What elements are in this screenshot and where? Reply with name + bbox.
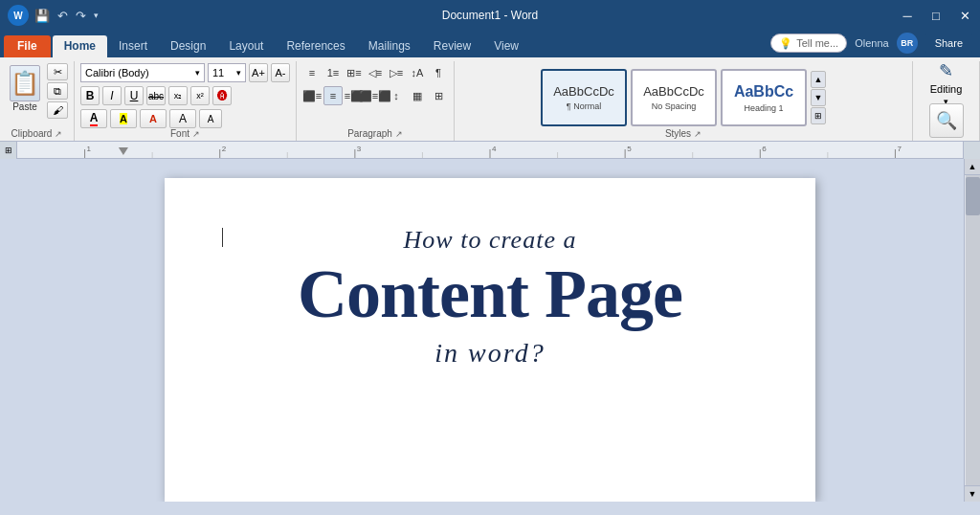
- paragraph-group-content: ≡ 1≡ ⊞≡ ◁≡ ▷≡ ↕A ¶ ⬛≡ ≡ ≡⬛ ⬛≡⬛ ↕ ▦ ⊞: [302, 63, 448, 128]
- tab-references[interactable]: References: [275, 35, 356, 57]
- word-logo: W: [8, 5, 29, 26]
- tab-view[interactable]: View: [482, 35, 530, 57]
- paragraph-group: ≡ 1≡ ⊞≡ ◁≡ ▷≡ ↕A ¶ ⬛≡ ≡ ≡⬛ ⬛≡⬛ ↕ ▦ ⊞ Par…: [297, 61, 455, 141]
- tab-layout[interactable]: Layout: [217, 35, 275, 57]
- format-painter-button[interactable]: 🖌: [47, 101, 68, 119]
- clear-format-button[interactable]: 🅐: [212, 86, 232, 105]
- scroll-thumb[interactable]: [966, 177, 980, 215]
- tab-home[interactable]: Home: [53, 35, 107, 57]
- styles-scroll-up[interactable]: ▲: [811, 71, 826, 88]
- styles-scroll-down[interactable]: ▼: [811, 89, 826, 106]
- increase-indent-button[interactable]: ▷≡: [387, 63, 406, 82]
- align-left-button[interactable]: ⬛≡: [302, 86, 322, 105]
- find-button[interactable]: 🔍: [929, 103, 964, 138]
- title-bar: W 💾 ↶ ↷ ▾ Document1 - Word ─ □ ✕: [0, 0, 980, 31]
- clipboard-sub-buttons: ✂ ⧉ 🖌: [47, 63, 68, 119]
- strikethrough-button[interactable]: abc: [146, 86, 166, 105]
- clipboard-expand-icon[interactable]: ↗: [55, 129, 62, 139]
- copy-button[interactable]: ⧉: [47, 82, 68, 100]
- paste-button[interactable]: 📋 Paste: [6, 63, 44, 114]
- font-name-selector[interactable]: Calibri (Body) ▾: [80, 63, 205, 82]
- quick-access-dropdown[interactable]: ▾: [94, 11, 99, 20]
- scroll-track[interactable]: [966, 175, 980, 485]
- highlight-button[interactable]: A: [110, 109, 137, 128]
- sort-button[interactable]: ↕A: [408, 63, 427, 82]
- tab-design[interactable]: Design: [159, 35, 217, 57]
- font-size-small-button[interactable]: A: [199, 109, 222, 128]
- text-cursor: [222, 228, 223, 247]
- paragraph-expand-icon[interactable]: ↗: [395, 129, 403, 139]
- scroll-up-button[interactable]: ▲: [965, 159, 981, 175]
- style-heading1[interactable]: AaBbCc Heading 1: [721, 69, 807, 126]
- user-avatar: BR: [897, 33, 918, 54]
- decrease-indent-button[interactable]: ◁≡: [366, 63, 385, 82]
- share-button[interactable]: Share: [925, 33, 972, 54]
- document-area: How to create a Content Page in word? ▲ …: [0, 159, 980, 502]
- title-bar-left: W 💾 ↶ ↷ ▾: [8, 5, 99, 26]
- styles-scroll-controls: ▲ ▼ ⊞: [811, 69, 826, 126]
- style-heading1-preview: AaBbCc: [726, 82, 801, 101]
- redo-button[interactable]: ↷: [76, 9, 86, 23]
- tell-me-search[interactable]: 💡 Tell me...: [770, 34, 847, 53]
- document-page[interactable]: How to create a Content Page in word?: [165, 178, 815, 502]
- decrease-font-button[interactable]: A-: [271, 63, 290, 82]
- editing-group-content: ✎ Editing ▾ 🔍: [920, 63, 973, 139]
- style-no-spacing-label: No Spacing: [652, 101, 697, 111]
- font-color-button[interactable]: A: [80, 109, 107, 128]
- cut-button[interactable]: ✂: [47, 63, 68, 80]
- paragraph-label: Paragraph ↗: [302, 128, 448, 141]
- minimize-button[interactable]: ─: [900, 9, 915, 23]
- document-subtitle: How to create a: [404, 226, 577, 255]
- svg-text:2: 2: [222, 145, 227, 153]
- svg-text:1: 1: [87, 145, 92, 153]
- text-color-button[interactable]: A: [140, 109, 167, 128]
- font-size-large-button[interactable]: A: [169, 109, 196, 128]
- tab-mailings[interactable]: Mailings: [357, 35, 422, 57]
- lightbulb-icon: 💡: [779, 37, 792, 50]
- bold-button[interactable]: B: [80, 86, 100, 105]
- styles-group-content: AaBbCcDc ¶ Normal AaBbCcDc No Spacing Aa…: [535, 63, 832, 128]
- paste-icon: 📋: [10, 65, 40, 101]
- style-normal-preview: AaBbCcDc: [546, 84, 621, 100]
- borders-button[interactable]: ⊞: [429, 86, 448, 105]
- italic-button[interactable]: I: [102, 86, 122, 105]
- font-expand-icon[interactable]: ↗: [192, 129, 200, 139]
- save-button[interactable]: 💾: [34, 9, 50, 23]
- font-size-selector[interactable]: 11 ▾: [208, 63, 246, 82]
- numbering-button[interactable]: 1≡: [323, 63, 343, 82]
- increase-font-button[interactable]: A+: [249, 63, 268, 82]
- window-title: Document1 - Word: [442, 9, 538, 22]
- style-normal[interactable]: AaBbCcDc ¶ Normal: [541, 69, 627, 126]
- styles-expand-button[interactable]: ⊞: [811, 107, 826, 124]
- multilevel-list-button[interactable]: ⊞≡: [345, 63, 364, 82]
- maximize-button[interactable]: □: [928, 9, 944, 23]
- font-group-content: Calibri (Body) ▾ 11 ▾ A+ A- B I U abc x₂…: [80, 63, 290, 128]
- ribbon-tabs-bar: File Home Insert Design Layout Reference…: [0, 31, 980, 57]
- clipboard-group-content: 📋 Paste ✂ ⧉ 🖌: [6, 63, 68, 128]
- style-normal-label: ¶ Normal: [567, 101, 601, 111]
- superscript-button[interactable]: x²: [190, 86, 210, 105]
- close-button[interactable]: ✕: [957, 9, 972, 23]
- underline-button[interactable]: U: [124, 86, 144, 105]
- shading-button[interactable]: ▦: [408, 86, 427, 105]
- editing-button[interactable]: ✎ Editing ▾: [920, 65, 973, 101]
- justify-button[interactable]: ⬛≡⬛: [366, 86, 385, 105]
- tab-file[interactable]: File: [4, 35, 51, 57]
- show-marks-button[interactable]: ¶: [429, 63, 448, 82]
- tab-insert[interactable]: Insert: [107, 35, 159, 57]
- align-center-button[interactable]: ≡: [323, 86, 343, 105]
- bullets-button[interactable]: ≡: [302, 63, 322, 82]
- title-bar-controls: ─ □ ✕: [900, 9, 972, 23]
- style-no-spacing[interactable]: AaBbCcDc No Spacing: [631, 69, 717, 126]
- subscript-button[interactable]: x₂: [168, 86, 188, 105]
- tab-review[interactable]: Review: [422, 35, 482, 57]
- svg-text:5: 5: [627, 145, 632, 153]
- svg-text:3: 3: [357, 145, 362, 153]
- styles-expand-icon[interactable]: ↗: [694, 129, 702, 139]
- ruler-corner[interactable]: ⊞: [0, 142, 17, 159]
- line-spacing-button[interactable]: ↕: [387, 86, 406, 105]
- ribbon: 📋 Paste ✂ ⧉ 🖌 Clipboard ↗ Calibri (Body)…: [0, 57, 980, 142]
- undo-button[interactable]: ↶: [57, 9, 68, 23]
- vertical-scrollbar[interactable]: ▲ ▼: [964, 159, 980, 502]
- scroll-down-button[interactable]: ▼: [965, 485, 981, 502]
